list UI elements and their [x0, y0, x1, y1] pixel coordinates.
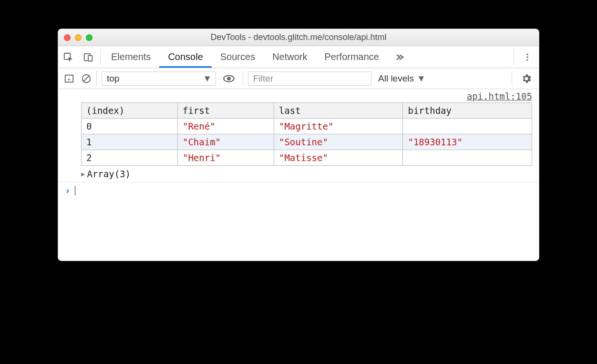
object-label: Array(3) [87, 169, 131, 179]
svg-point-9 [227, 77, 231, 81]
maximize-window-button[interactable] [86, 34, 93, 41]
clear-console-button[interactable] [81, 73, 92, 84]
divider [243, 71, 243, 86]
prompt-chevron-icon: › [65, 185, 70, 196]
table-row: 1 "Chaim" "Soutine" "18930113" [82, 134, 532, 150]
svg-rect-2 [88, 55, 92, 61]
title-bar: DevTools - devtools.glitch.me/console/ap… [58, 29, 539, 46]
inspect-element-button[interactable] [58, 46, 78, 68]
more-tabs-button[interactable] [388, 46, 412, 68]
tab-performance[interactable]: Performance [316, 46, 388, 68]
tab-label: Network [272, 51, 307, 62]
tab-elements[interactable]: Elements [103, 46, 159, 68]
close-window-button[interactable] [64, 34, 71, 41]
cell-last: "Magritte" [274, 119, 403, 134]
traffic-lights [64, 34, 93, 41]
cell-birthday: "18930113" [403, 134, 532, 150]
tab-sources[interactable]: Sources [212, 46, 264, 68]
table-row: 0 "René" "Magritte" [82, 119, 532, 134]
chevron-down-icon: ▼ [203, 73, 212, 84]
table-row: 2 "Henri" "Matisse" [82, 150, 532, 166]
divider [96, 71, 97, 86]
console-body: api.html:105 (index) first last birthday… [58, 89, 539, 261]
log-object-summary[interactable]: ▶ Array(3) [58, 166, 539, 182]
log-levels-select[interactable]: All levels ▼ [375, 73, 429, 84]
expand-triangle-icon[interactable]: ▶ [81, 170, 85, 178]
cell-index: 2 [82, 150, 178, 166]
devtools-window: DevTools - devtools.glitch.me/console/ap… [58, 29, 539, 261]
cell-last: "Soutine" [274, 134, 403, 150]
source-link[interactable]: api.html:105 [58, 89, 539, 102]
divider [512, 71, 512, 86]
cell-birthday [403, 119, 532, 134]
minimize-window-button[interactable] [75, 34, 82, 41]
toggle-console-sidebar-button[interactable] [64, 73, 74, 84]
cell-first: "Henri" [177, 150, 274, 166]
devtools-tab-bar: Elements Console Sources Network Perform… [58, 46, 539, 68]
console-settings-button[interactable] [517, 73, 536, 84]
tab-label: Performance [325, 51, 380, 62]
console-prompt[interactable]: › [58, 182, 539, 199]
tab-network[interactable]: Network [264, 46, 316, 68]
cell-birthday [403, 150, 532, 166]
devtools-menu-button[interactable] [516, 46, 539, 68]
levels-label: All levels [378, 73, 414, 84]
live-expression-button[interactable] [223, 72, 235, 85]
filter-input[interactable] [248, 71, 371, 86]
console-toolbar: top ▼ All levels ▼ [58, 68, 539, 89]
console-table: (index) first last birthday 0 "René" "Ma… [81, 102, 532, 166]
cell-index: 0 [82, 119, 178, 134]
tab-label: Sources [220, 51, 255, 62]
text-cursor [75, 186, 75, 195]
execution-context-select[interactable]: top ▼ [102, 71, 216, 86]
cell-last: "Matisse" [274, 150, 403, 166]
cell-first: "Chaim" [177, 134, 274, 150]
context-value: top [107, 73, 119, 84]
chevron-down-icon: ▼ [417, 73, 426, 84]
col-first[interactable]: first [177, 103, 274, 119]
svg-point-4 [526, 56, 528, 58]
cell-first: "René" [177, 119, 274, 134]
svg-point-5 [526, 59, 528, 61]
tab-label: Console [168, 51, 203, 62]
tab-label: Elements [111, 51, 151, 62]
col-last[interactable]: last [274, 103, 403, 119]
tab-console[interactable]: Console [159, 46, 211, 68]
svg-rect-6 [65, 75, 73, 82]
window-title: DevTools - devtools.glitch.me/console/ap… [58, 32, 539, 42]
svg-point-3 [526, 53, 528, 55]
divider [514, 49, 514, 65]
device-toolbar-button[interactable] [78, 46, 98, 68]
divider [100, 49, 101, 65]
cell-index: 1 [82, 134, 178, 150]
col-birthday[interactable]: birthday [403, 103, 532, 119]
col-index[interactable]: (index) [82, 103, 178, 119]
